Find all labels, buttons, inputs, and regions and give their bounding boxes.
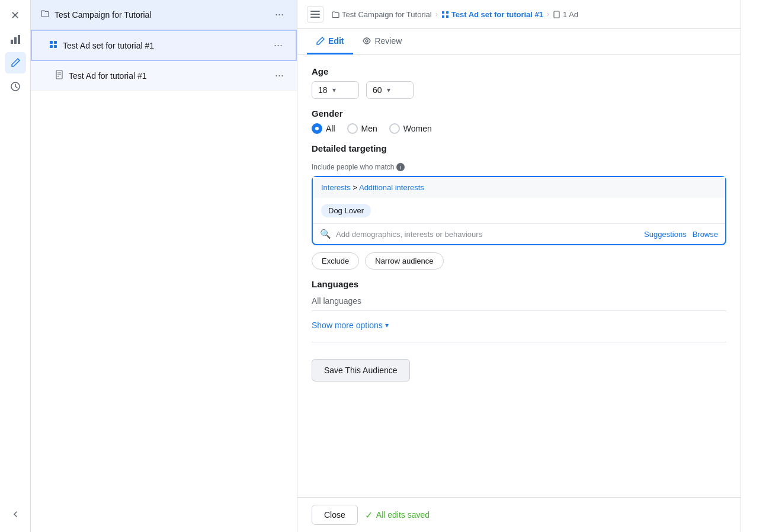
breadcrumb-bar: Test Campaign for Tutorial › Test Ad set… — [297, 0, 741, 29]
history-sidebar-button[interactable] — [5, 76, 26, 97]
svg-rect-17 — [442, 15, 444, 18]
campaign-label: Test Campaign for Tutorial — [55, 10, 151, 20]
tab-review[interactable]: Review — [353, 29, 411, 55]
svg-rect-14 — [310, 17, 320, 18]
languages-section: Languages All languages — [312, 279, 726, 311]
tree-item-adset[interactable]: Test Ad set for tutorial #1 ··· — [31, 30, 297, 61]
adset-label: Test Ad set for tutorial #1 — [63, 41, 154, 50]
breadcrumb-file-icon — [553, 11, 560, 18]
collapse-sidebar-button[interactable] — [5, 504, 26, 525]
svg-rect-0 — [11, 40, 13, 44]
breadcrumb-campaign[interactable]: Test Campaign for Tutorial — [332, 10, 432, 19]
close-sidebar-button[interactable]: ✕ — [5, 5, 26, 26]
svg-rect-18 — [446, 15, 448, 18]
narrow-audience-button[interactable]: Narrow audience — [365, 252, 443, 270]
saved-status: ✓ All edits saved — [365, 509, 430, 521]
gender-men-option[interactable]: Men — [347, 123, 377, 134]
ad-more-button[interactable]: ··· — [271, 68, 287, 83]
show-more-link[interactable]: Show more options ▾ — [312, 321, 726, 330]
divider — [312, 342, 726, 342]
bottom-bar: Close ✓ All edits saved — [297, 497, 741, 532]
svg-rect-12 — [310, 11, 320, 12]
targeting-search-input[interactable]: Add demographics, interests or behaviour… — [336, 230, 639, 239]
info-icon: i — [396, 163, 405, 171]
search-icon: 🔍 — [320, 229, 331, 239]
tree-item-ad[interactable]: Test Ad for tutorial #1 ··· — [31, 61, 297, 91]
audience-action-buttons: Exclude Narrow audience — [312, 252, 726, 270]
targeting-tag-area: Dog Lover — [313, 198, 725, 223]
browse-link[interactable]: Browse — [693, 230, 718, 239]
age-max-dropdown[interactable]: 60 ▾ — [366, 81, 414, 99]
age-max-arrow-icon: ▾ — [387, 86, 390, 94]
edit-panel: Test Campaign for Tutorial › Test Ad set… — [297, 0, 741, 532]
saved-label: All edits saved — [376, 510, 430, 520]
save-audience-row: Save This Audience — [312, 354, 726, 382]
svg-rect-15 — [442, 11, 444, 14]
tabs-bar: Edit Review — [297, 29, 741, 55]
include-note: Include people who match i — [312, 163, 726, 171]
age-min-dropdown[interactable]: 18 ▾ — [312, 81, 359, 99]
gender-men-radio[interactable] — [347, 123, 358, 134]
svg-rect-1 — [14, 37, 17, 44]
breadcrumb-grid-icon — [441, 11, 449, 18]
targeting-search-row: 🔍 Add demographics, interests or behavio… — [313, 223, 725, 244]
suggestions-link[interactable]: Suggestions — [644, 230, 687, 239]
save-audience-button[interactable]: Save This Audience — [312, 359, 410, 382]
languages-label: Languages — [312, 279, 726, 289]
edit-sidebar-button[interactable] — [5, 52, 26, 73]
gender-label: Gender — [312, 108, 726, 118]
folder-icon — [40, 9, 50, 21]
exclude-button[interactable]: Exclude — [312, 252, 359, 270]
svg-rect-13 — [310, 14, 320, 15]
file-icon — [55, 70, 64, 82]
edit-content: Age 18 ▾ 60 ▾ Gender All — [297, 55, 741, 497]
edit-tab-icon — [316, 37, 325, 45]
detailed-targeting-section: Detailed targeting Include people who ma… — [312, 143, 726, 270]
svg-rect-5 — [54, 41, 57, 44]
show-more-row: Show more options ▾ — [312, 321, 726, 330]
campaign-tree-panel: Test Campaign for Tutorial ··· Test Ad s… — [31, 0, 297, 532]
gender-women-option[interactable]: Women — [389, 123, 432, 134]
tab-edit[interactable]: Edit — [307, 29, 353, 55]
svg-rect-6 — [50, 45, 53, 48]
breadcrumb-ad[interactable]: 1 Ad — [553, 10, 578, 19]
check-icon: ✓ — [365, 509, 373, 521]
additional-interests-link[interactable]: Additional interests — [359, 183, 424, 192]
detailed-targeting-label: Detailed targeting — [312, 143, 726, 153]
age-label: Age — [312, 66, 726, 76]
tree-item-campaign[interactable]: Test Campaign for Tutorial ··· — [31, 0, 297, 30]
breadcrumb-adset[interactable]: Test Ad set for tutorial #1 — [441, 10, 543, 19]
gender-all-option[interactable]: All — [312, 123, 335, 134]
adset-more-button[interactable]: ··· — [270, 38, 286, 53]
svg-rect-16 — [446, 11, 448, 14]
svg-rect-2 — [18, 35, 20, 44]
left-sidebar: ✕ — [0, 0, 31, 532]
chart-sidebar-button[interactable] — [5, 28, 26, 50]
gender-women-radio[interactable] — [389, 123, 400, 134]
age-min-arrow-icon: ▾ — [332, 86, 336, 94]
gender-section: Gender All Men Women — [312, 108, 726, 134]
languages-value: All languages — [312, 296, 726, 311]
chevron-down-icon: ▾ — [385, 321, 389, 329]
svg-point-20 — [366, 40, 368, 42]
targeting-search-actions: Suggestions Browse — [644, 230, 718, 239]
breadcrumb-folder-icon — [332, 11, 339, 18]
svg-rect-7 — [54, 45, 57, 48]
tag-dog-lover[interactable]: Dog Lover — [321, 204, 371, 217]
breadcrumb-sep-1: › — [435, 10, 438, 18]
breadcrumb-sep-2: › — [547, 10, 549, 18]
svg-rect-19 — [554, 11, 559, 18]
sidebar-toggle-button[interactable] — [307, 6, 323, 23]
ad-label: Test Ad for tutorial #1 — [69, 71, 147, 81]
svg-rect-4 — [50, 41, 53, 44]
gender-all-radio[interactable] — [312, 123, 322, 134]
right-sidebar — [741, 0, 769, 532]
targeting-breadcrumb: Interests > Additional interests — [313, 177, 725, 198]
close-button[interactable]: Close — [312, 505, 358, 525]
interests-link[interactable]: Interests — [321, 183, 351, 192]
eye-icon — [363, 37, 371, 45]
age-section: Age 18 ▾ 60 ▾ — [312, 66, 726, 99]
targeting-box: Interests > Additional interests Dog Lov… — [312, 176, 726, 245]
campaign-more-button[interactable]: ··· — [271, 7, 287, 22]
grid-icon — [49, 40, 58, 52]
